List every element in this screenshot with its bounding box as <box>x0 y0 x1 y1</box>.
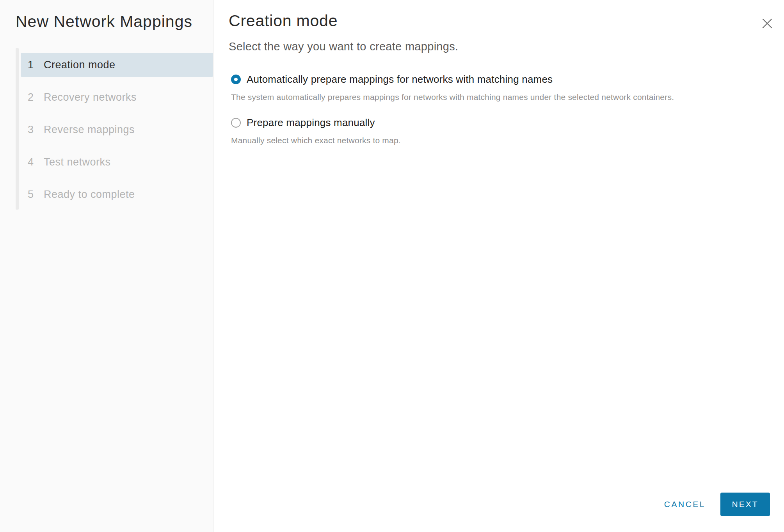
radio-auto-mappings[interactable]: Automatically prepare mappings for netwo… <box>231 73 784 85</box>
step-label: Creation mode <box>44 59 116 71</box>
step-number: 2 <box>28 91 35 103</box>
step-label: Ready to complete <box>44 189 135 201</box>
radio-label: Automatically prepare mappings for netwo… <box>247 73 553 85</box>
wizard-content-panel: Creation mode Select the way you want to… <box>213 0 784 532</box>
wizard-title: New Network Mappings <box>16 12 192 31</box>
cancel-button[interactable]: CANCEL <box>663 496 707 513</box>
page-heading: Creation mode <box>229 12 784 30</box>
step-recovery-networks[interactable]: 2 Recovery networks <box>21 85 213 109</box>
steps-progress-bar <box>16 48 19 210</box>
radio-manual-mappings[interactable]: Prepare mappings manually <box>231 117 784 129</box>
radio-button-unselected-icon[interactable] <box>231 118 241 128</box>
close-icon[interactable] <box>761 17 773 30</box>
radio-button-selected-icon[interactable] <box>231 75 241 84</box>
wizard-sidebar: New Network Mappings 1 Creation mode 2 R… <box>0 0 213 532</box>
step-label: Test networks <box>44 156 111 168</box>
step-creation-mode[interactable]: 1 Creation mode <box>21 53 213 77</box>
creation-mode-options: Automatically prepare mappings for netwo… <box>231 73 784 145</box>
step-label: Recovery networks <box>44 91 137 103</box>
radio-label: Prepare mappings manually <box>247 117 375 129</box>
next-button[interactable]: NEXT <box>720 493 770 516</box>
step-reverse-mappings[interactable]: 3 Reverse mappings <box>21 117 213 142</box>
option-manual-mappings: Prepare mappings manually Manually selec… <box>231 117 784 145</box>
wizard-footer: CANCEL NEXT <box>663 493 770 516</box>
step-label: Reverse mappings <box>44 124 135 136</box>
page-subtitle: Select the way you want to create mappin… <box>229 40 784 53</box>
radio-description: Manually select which exact networks to … <box>231 136 784 145</box>
step-number: 5 <box>28 189 35 201</box>
step-number: 1 <box>28 59 35 71</box>
option-auto-mappings: Automatically prepare mappings for netwo… <box>231 73 784 102</box>
step-ready-to-complete[interactable]: 5 Ready to complete <box>21 182 213 206</box>
wizard-steps-list: 1 Creation mode 2 Recovery networks 3 Re… <box>21 53 213 215</box>
radio-dot <box>234 78 238 81</box>
x-mark-glyph <box>762 18 773 29</box>
step-test-networks[interactable]: 4 Test networks <box>21 150 213 174</box>
step-number: 3 <box>28 124 35 136</box>
new-network-mappings-dialog: New Network Mappings 1 Creation mode 2 R… <box>0 0 784 532</box>
step-number: 4 <box>28 156 35 168</box>
radio-description: The system automatically prepares mappin… <box>231 93 784 102</box>
